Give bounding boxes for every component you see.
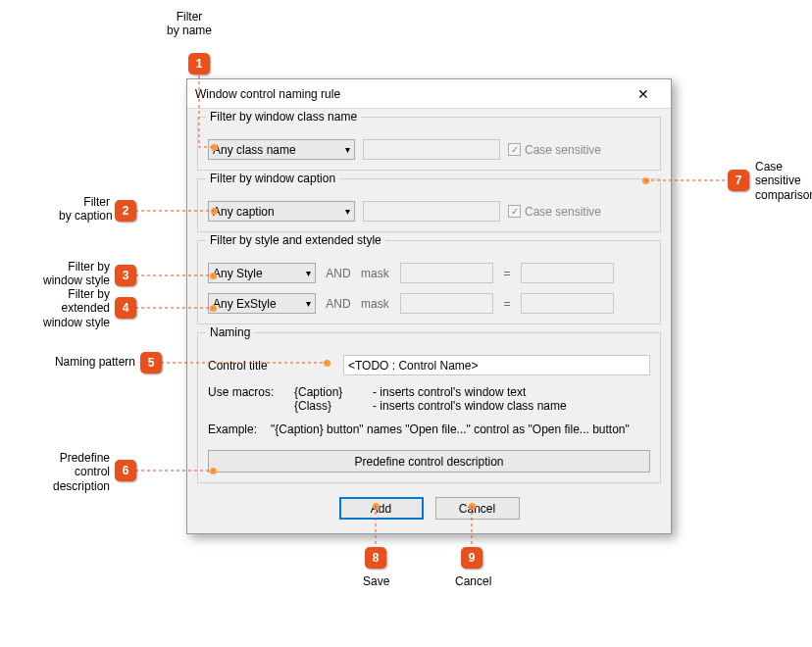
close-button[interactable]: ✕ (624, 79, 663, 108)
cancel-button[interactable]: Cancel (435, 497, 520, 520)
callout-label-6: Predefine control description (47, 451, 110, 493)
callout-badge-8: 8 (365, 547, 386, 569)
chevron-down-icon: ▾ (306, 268, 311, 278)
macro-caption: {Caption} (294, 385, 353, 399)
mask-label: mask (361, 267, 392, 280)
dialog-body: Filter by window class name Any class na… (187, 109, 671, 533)
titlebar: Window control naming rule ✕ (187, 79, 671, 109)
checkbox-icon: ✓ (508, 205, 521, 218)
add-button[interactable]: Add (339, 497, 424, 520)
group-filter-classname: Filter by window class name Any class na… (197, 117, 661, 171)
caption-case-checkbox[interactable]: ✓ Case sensitive (508, 205, 601, 219)
classname-combo[interactable]: Any class name ▾ (208, 139, 355, 160)
combo-value: Any class name (213, 143, 296, 157)
window-title: Window control naming rule (195, 87, 624, 101)
callout-label-8: Save (363, 574, 389, 588)
group-filter-caption: Filter by window caption Any caption ▾ ✓… (197, 178, 661, 232)
exstyle-mask-input[interactable] (400, 293, 493, 314)
callout-badge-6: 6 (115, 460, 136, 481)
button-label: Predefine control description (354, 455, 503, 469)
callout-label-5: Naming pattern (47, 355, 135, 369)
style-value-input[interactable] (521, 263, 614, 283)
caption-input[interactable] (363, 201, 500, 222)
example-text: "{Caption} button" names "Open file..." … (271, 423, 630, 436)
callout-label-9: Cancel (455, 574, 491, 588)
predefine-description-button[interactable]: Predefine control description (208, 450, 650, 473)
classname-input[interactable] (363, 139, 500, 160)
control-title-label: Control title (208, 359, 335, 373)
checkbox-label: Case sensitive (525, 143, 601, 157)
equals-label: = (501, 297, 513, 311)
group-filter-style: Filter by style and extended style Any S… (197, 240, 661, 324)
button-label: Cancel (459, 502, 495, 516)
callout-label-1: Filter by name (167, 10, 212, 38)
macro-class-desc: - inserts control's window class name (373, 399, 567, 413)
checkbox-label: Case sensitive (525, 205, 601, 219)
and-label: AND (324, 267, 353, 280)
combo-value: Any Style (213, 267, 263, 280)
classname-case-checkbox[interactable]: ✓ Case sensitive (508, 143, 601, 157)
equals-label: = (501, 267, 513, 280)
callout-badge-5: 5 (140, 352, 162, 373)
group-legend: Naming (206, 325, 254, 339)
chevron-down-icon: ▾ (345, 206, 350, 217)
callout-badge-2: 2 (115, 200, 136, 222)
chevron-down-icon: ▾ (345, 144, 350, 155)
callout-label-3: Filter by window style (39, 260, 110, 288)
control-title-input[interactable] (343, 355, 650, 375)
button-label: Add (371, 502, 391, 516)
callout-label-2: Filter by caption (59, 195, 110, 224)
close-icon: ✕ (637, 86, 649, 102)
chevron-down-icon: ▾ (306, 298, 311, 309)
callout-badge-1: 1 (188, 53, 210, 75)
checkbox-icon: ✓ (508, 143, 521, 156)
group-legend: Filter by style and extended style (206, 233, 385, 247)
combo-value: Any ExStyle (213, 297, 277, 311)
group-legend: Filter by window caption (206, 172, 339, 185)
callout-badge-3: 3 (115, 265, 136, 286)
macro-class: {Class} (294, 399, 353, 413)
dialog-footer: Add Cancel (197, 491, 661, 522)
example-label: Example: (208, 423, 257, 436)
exstyle-value-input[interactable] (521, 293, 614, 314)
macro-caption-desc: - inserts control's window text (373, 385, 526, 399)
style-mask-input[interactable] (400, 263, 493, 283)
group-naming: Naming Control title Use macros: {Captio… (197, 332, 661, 483)
callout-label-7: Case sensitive comparison (755, 160, 812, 202)
callout-badge-7: 7 (728, 170, 749, 191)
group-legend: Filter by window class name (206, 110, 361, 124)
combo-value: Any caption (213, 205, 275, 219)
caption-combo[interactable]: Any caption ▾ (208, 201, 355, 222)
and-label: AND (324, 297, 353, 311)
use-macros-label: Use macros: (208, 385, 286, 399)
style-combo[interactable]: Any Style ▾ (208, 263, 316, 283)
mask-label: mask (361, 297, 392, 311)
exstyle-combo[interactable]: Any ExStyle ▾ (208, 293, 316, 314)
callout-badge-9: 9 (461, 547, 482, 569)
callout-label-4: Filter by extended window style (39, 287, 110, 329)
dialog-window: Window control naming rule ✕ Filter by w… (186, 78, 672, 534)
callout-badge-4: 4 (115, 297, 136, 319)
